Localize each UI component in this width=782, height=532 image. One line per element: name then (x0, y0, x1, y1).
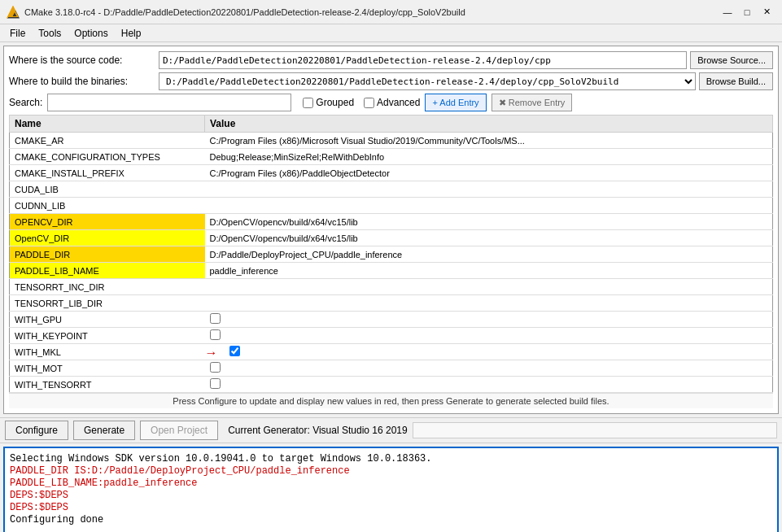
output-lines: Selecting Windows SDK version 10.0.19041… (10, 453, 772, 525)
arrow-annotation: → (205, 346, 218, 360)
var-value[interactable] (205, 360, 773, 377)
var-name: CUDA_LIB (10, 181, 205, 198)
source-label: Where is the source code: (9, 55, 155, 66)
var-checkbox[interactable] (210, 313, 221, 324)
source-path-row: Where is the source code: Browse Source.… (9, 51, 773, 69)
output-area[interactable]: Selecting Windows SDK version 10.0.19041… (3, 447, 779, 532)
build-label: Where to build the binaries: (9, 76, 155, 87)
progress-bar (413, 422, 777, 438)
configure-message: Press Configure to update and display ne… (9, 393, 773, 408)
var-name: OPENCV_DIR (10, 214, 205, 230)
var-value (205, 181, 773, 198)
var-name: CMAKE_AR (10, 133, 205, 149)
output-line: DEPS:$DEPS (10, 490, 772, 501)
var-checkbox[interactable] (210, 329, 221, 340)
var-value: C:/Program Files (x86)/Microsoft Visual … (205, 133, 773, 149)
table-row: CMAKE_ARC:/Program Files (x86)/Microsoft… (10, 133, 773, 149)
table-row: CUDA_LIB (10, 181, 773, 198)
var-name: CUDNN_LIB (10, 198, 205, 214)
var-name: CMAKE_INSTALL_PREFIX (10, 165, 205, 181)
var-name: CMAKE_CONFIGURATION_TYPES (10, 149, 205, 165)
browse-source-button[interactable]: Browse Source... (690, 51, 773, 69)
window-controls: — □ ✕ (719, 3, 775, 21)
advanced-label: Advanced (377, 97, 420, 108)
var-checkbox[interactable] (210, 378, 221, 389)
table-row: WITH_MKL→ (10, 344, 773, 360)
advanced-checkbox-label[interactable]: Advanced (364, 97, 420, 108)
search-input[interactable] (47, 94, 291, 111)
var-value: D:/OpenCV/opencv/build/x64/vc15/lib (205, 230, 773, 246)
var-name: TENSORRT_INC_DIR (10, 279, 205, 295)
col-header-name: Name (10, 116, 205, 133)
menu-bar: File Tools Options Help (0, 24, 782, 42)
generator-text: Current Generator: Visual Studio 16 2019 (228, 425, 408, 436)
var-value[interactable] (205, 328, 773, 344)
var-value (205, 279, 773, 295)
table-row: TENSORRT_INC_DIR (10, 279, 773, 295)
build-select[interactable]: D:/Paddle/PaddleDetection20220801/Paddle… (159, 72, 696, 90)
var-name: PADDLE_DIR (10, 246, 205, 263)
minimize-button[interactable]: — (719, 3, 736, 21)
filter-options: Grouped Advanced (303, 97, 420, 108)
output-line: PADDLE_LIB_NAME:paddle_inference (10, 477, 772, 489)
table-row: CMAKE_CONFIGURATION_TYPESDebug;Release;M… (10, 149, 773, 165)
table-row: CUDNN_LIB (10, 198, 773, 214)
var-value: C:/Program Files (x86)/PaddleObjectDetec… (205, 165, 773, 181)
cmake-variables-table: Name Value CMAKE_ARC:/Program Files (x86… (9, 115, 773, 393)
grouped-checkbox[interactable] (303, 98, 313, 108)
var-name: WITH_TENSORRT (10, 377, 205, 393)
generate-button[interactable]: Generate (73, 421, 135, 440)
browse-build-button[interactable]: Browse Build... (699, 72, 773, 90)
app-icon: ▲ (7, 6, 20, 19)
svg-text:▲: ▲ (11, 11, 18, 18)
search-label: Search: (9, 97, 42, 108)
var-value: D:/Paddle/DeployProject_CPU/paddle_infer… (205, 246, 773, 263)
var-name: OpenCV_DIR (10, 230, 205, 246)
grouped-checkbox-label[interactable]: Grouped (303, 97, 354, 108)
button-bar: Configure Generate Open Project Current … (0, 417, 782, 443)
table-row: WITH_GPU (10, 312, 773, 328)
build-path-row: Where to build the binaries: D:/Paddle/P… (9, 72, 773, 90)
add-entry-button[interactable]: + Add Entry (425, 94, 486, 111)
col-header-value: Value (205, 116, 773, 133)
var-value[interactable] (205, 312, 773, 328)
source-input[interactable] (159, 51, 687, 69)
var-value[interactable] (205, 377, 773, 393)
menu-options[interactable]: Options (68, 26, 114, 41)
remove-entry-button[interactable]: ✖ Remove Entry (491, 94, 573, 111)
table-row: WITH_TENSORRT (10, 377, 773, 393)
grouped-label: Grouped (316, 97, 354, 108)
table-row: PADDLE_LIB_NAMEpaddle_inference (10, 263, 773, 279)
maximize-button[interactable]: □ (738, 3, 756, 21)
menu-file[interactable]: File (3, 26, 32, 41)
advanced-checkbox[interactable] (364, 98, 374, 108)
var-name: WITH_MKL (10, 344, 205, 360)
output-line: DEPS:$DEPS (10, 502, 772, 513)
table-row: WITH_MOT (10, 360, 773, 377)
var-name: TENSORRT_LIB_DIR (10, 295, 205, 312)
var-name: PADDLE_LIB_NAME (10, 263, 205, 279)
var-name: WITH_GPU (10, 312, 205, 328)
main-panel: Where is the source code: Browse Source.… (3, 46, 779, 414)
output-line: Configuring done (10, 514, 772, 525)
table-row: OpenCV_DIRD:/OpenCV/opencv/build/x64/vc1… (10, 230, 773, 246)
window-title: CMake 3.18.0-rc4 - D:/Paddle/PaddleDetec… (24, 7, 719, 17)
close-button[interactable]: ✕ (758, 3, 775, 21)
table-row: TENSORRT_LIB_DIR (10, 295, 773, 312)
table-row: WITH_KEYPOINT (10, 328, 773, 344)
menu-tools[interactable]: Tools (32, 26, 68, 41)
var-value (205, 198, 773, 214)
var-name: WITH_KEYPOINT (10, 328, 205, 344)
table-row: OPENCV_DIRD:/OpenCV/opencv/build/x64/vc1… (10, 214, 773, 230)
search-row: Search: Grouped Advanced + Add Entry ✖ R… (9, 94, 773, 111)
var-value[interactable]: → (205, 344, 773, 360)
var-checkbox[interactable] (229, 346, 240, 356)
var-value (205, 295, 773, 312)
var-value: D:/OpenCV/opencv/build/x64/vc15/lib (205, 214, 773, 230)
var-checkbox[interactable] (210, 362, 221, 373)
menu-help[interactable]: Help (115, 26, 148, 41)
configure-button[interactable]: Configure (5, 421, 68, 440)
var-value: paddle_inference (205, 263, 773, 279)
table-row: CMAKE_INSTALL_PREFIXC:/Program Files (x8… (10, 165, 773, 181)
var-name: WITH_MOT (10, 360, 205, 377)
